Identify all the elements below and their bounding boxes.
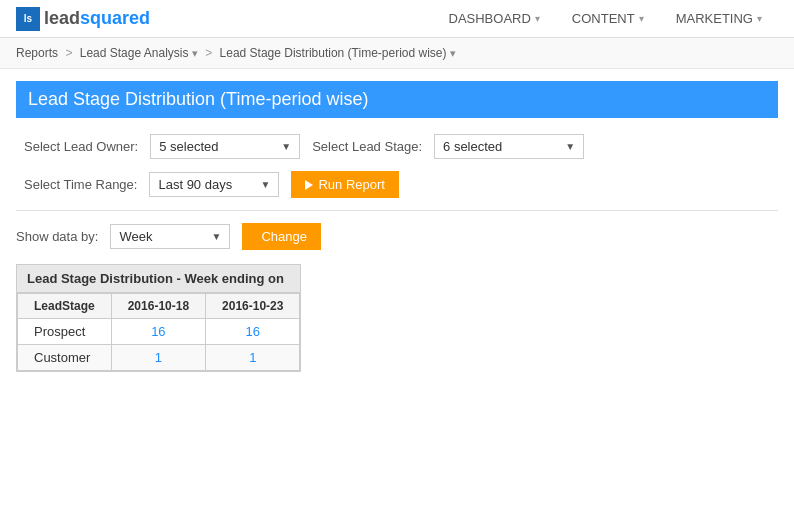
logo-text: leadsquared [44, 8, 150, 29]
chevron-down-icon: ▾ [192, 47, 198, 59]
lead-owner-select[interactable]: 5 selected ▼ [150, 134, 300, 159]
lead-stage-table: LeadStage 2016-10-18 2016-10-23 Prospect… [17, 293, 300, 371]
time-range-select[interactable]: Last 90 days ▼ [149, 172, 279, 197]
breadcrumb-current: Lead Stage Distribution (Time-period wis… [220, 46, 447, 60]
col-date-2: 2016-10-23 [206, 294, 300, 319]
main-content: Lead Stage Distribution (Time-period wis… [0, 69, 794, 384]
cell-stage: Prospect [18, 319, 112, 345]
breadcrumb-reports[interactable]: Reports [16, 46, 58, 60]
nav-menu: DASHBOARD ▾ CONTENT ▾ MARKETING ▾ [433, 0, 779, 38]
chevron-down-icon: ▼ [281, 141, 291, 152]
cell-col2: 1 [206, 345, 300, 371]
table-header-row: LeadStage 2016-10-18 2016-10-23 [18, 294, 300, 319]
lead-stage-label: Select Lead Stage: [312, 139, 422, 154]
cell-col1: 16 [111, 319, 205, 345]
time-range-value: Last 90 days [158, 177, 232, 192]
play-icon [305, 180, 313, 190]
lead-owner-value: 5 selected [159, 139, 218, 154]
nav-marketing[interactable]: MARKETING ▾ [660, 0, 778, 38]
change-button[interactable]: Change [242, 223, 321, 250]
logo-squared: squared [80, 8, 150, 28]
table-row: Prospect1616 [18, 319, 300, 345]
breadcrumb: Reports > Lead Stage Analysis ▾ > Lead S… [0, 38, 794, 69]
cell-stage: Customer [18, 345, 112, 371]
filter-section: Select Lead Owner: 5 selected ▼ Select L… [16, 134, 778, 198]
time-range-label: Select Time Range: [24, 177, 137, 192]
table-title: Lead Stage Distribution - Week ending on [17, 265, 300, 293]
cell-col2: 16 [206, 319, 300, 345]
show-data-select[interactable]: Week ▼ [110, 224, 230, 249]
lead-owner-label: Select Lead Owner: [24, 139, 138, 154]
show-data-row: Show data by: Week ▼ Change [16, 223, 778, 250]
logo-lead: lead [44, 8, 80, 28]
col-date-1: 2016-10-18 [111, 294, 205, 319]
lead-stage-table-container: Lead Stage Distribution - Week ending on… [16, 264, 301, 372]
lead-stage-select[interactable]: 6 selected ▼ [434, 134, 584, 159]
chevron-down-icon: ▾ [535, 13, 540, 24]
breadcrumb-lead-stage-analysis[interactable]: Lead Stage Analysis ▾ [80, 46, 201, 60]
logo-icon: ls [16, 7, 40, 31]
page-title-container: Lead Stage Distribution (Time-period wis… [16, 81, 778, 118]
filter-row-1: Select Lead Owner: 5 selected ▼ Select L… [24, 134, 770, 159]
show-data-label: Show data by: [16, 229, 98, 244]
chevron-down-icon: ▾ [450, 47, 456, 59]
table-row: Customer11 [18, 345, 300, 371]
page-title: Lead Stage Distribution (Time-period wis… [28, 89, 766, 110]
nav-content[interactable]: CONTENT ▾ [556, 0, 660, 38]
filter-row-2: Select Time Range: Last 90 days ▼ Run Re… [24, 171, 770, 198]
cell-col1: 1 [111, 345, 205, 371]
divider [16, 210, 778, 211]
col-lead-stage: LeadStage [18, 294, 112, 319]
table-body: Prospect1616Customer11 [18, 319, 300, 371]
chevron-down-icon: ▼ [565, 141, 575, 152]
chevron-down-icon: ▼ [211, 231, 221, 242]
logo: ls leadsquared [16, 7, 150, 31]
chevron-down-icon: ▼ [261, 179, 271, 190]
top-navigation: ls leadsquared DASHBOARD ▾ CONTENT ▾ MAR… [0, 0, 794, 38]
chevron-down-icon: ▾ [757, 13, 762, 24]
run-report-button[interactable]: Run Report [291, 171, 398, 198]
chevron-down-icon: ▾ [639, 13, 644, 24]
show-data-value: Week [119, 229, 152, 244]
nav-dashboard[interactable]: DASHBOARD ▾ [433, 0, 556, 38]
lead-stage-value: 6 selected [443, 139, 502, 154]
